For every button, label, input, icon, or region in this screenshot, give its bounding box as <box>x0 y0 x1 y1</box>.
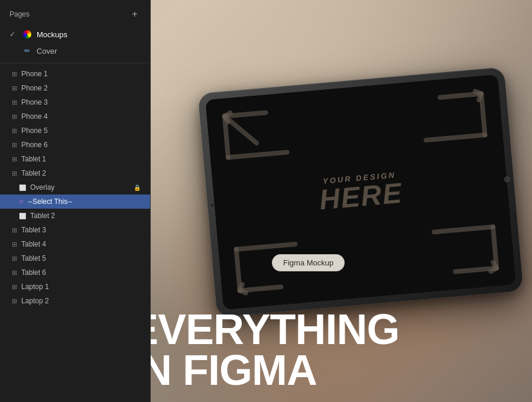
svg-line-5 <box>481 94 485 135</box>
page-label-cover: Cover <box>37 47 57 56</box>
svg-line-7 <box>236 244 296 249</box>
screen-design: YOUR DESIGN HERE <box>205 74 515 310</box>
page-label-mockups: Mockups <box>37 30 67 39</box>
grid-icon: ⊞ <box>12 113 17 121</box>
component-icon: ⟳ <box>19 199 24 205</box>
grid-icon: ⊞ <box>12 155 17 163</box>
layer-section: ⊞ Phone 1 ⊞ Phone 2 ⊞ Phone 3 ⊞ Phone 4 … <box>0 67 150 308</box>
svg-line-3 <box>225 114 257 145</box>
layer-laptop1[interactable]: ⊞ Laptop 1 <box>0 280 150 294</box>
layer-tablet2-parent[interactable]: ⊞ Tablet 2 <box>0 166 150 180</box>
grid-icon: ⊞ <box>12 283 17 291</box>
grid-icon: ⊞ <box>12 269 17 277</box>
tablet-mockup: YOUR DESIGN HERE <box>197 67 523 317</box>
separator <box>0 63 150 63</box>
layer-phone5[interactable]: ⊞ Phone 5 <box>0 124 150 138</box>
frame-icon: ⬜ <box>19 184 26 191</box>
rainbow-icon <box>22 30 32 39</box>
bottom-text-line2: IN FIGMA <box>130 350 520 390</box>
layer-laptop2[interactable]: ⊞ Laptop 2 <box>0 294 150 308</box>
grid-icon: ⊞ <box>12 127 17 135</box>
grid-icon: ⊞ <box>12 255 17 262</box>
layer-overlay[interactable]: ⬜ Overlay 🔒 <box>0 180 150 194</box>
layer-phone4[interactable]: ⊞ Phone 4 <box>0 109 150 124</box>
tablet-outer-frame: YOUR DESIGN HERE <box>197 67 523 317</box>
pages-header: Pages + <box>0 0 150 26</box>
grid-icon: ⊞ <box>12 170 17 177</box>
layer-tablet6[interactable]: ⊞ Tablet 6 <box>0 265 150 280</box>
layer-select-this[interactable]: ⟳ --Select This-- <box>0 194 150 209</box>
layer-phone2[interactable]: ⊞ Phone 2 <box>0 81 150 95</box>
layer-phone1[interactable]: ⊞ Phone 1 <box>0 67 150 81</box>
svg-line-0 <box>228 153 287 158</box>
layer-tablet2-sub[interactable]: ⬜ Tablet 2 <box>0 209 150 223</box>
layer-tablet5[interactable]: ⊞ Tablet 5 <box>0 251 150 265</box>
layer-tablet3[interactable]: ⊞ Tablet 3 <box>0 223 150 237</box>
layer-tablet1[interactable]: ⊞ Tablet 1 <box>0 152 150 166</box>
add-page-button[interactable]: + <box>129 8 141 20</box>
pencil-icon: ✏ <box>22 46 32 56</box>
screen-main-text: HERE <box>318 179 404 214</box>
grid-icon: ⊞ <box>12 241 17 248</box>
tablet-screen: YOUR DESIGN HERE <box>205 74 515 310</box>
svg-line-8 <box>236 249 240 291</box>
screen-center-text: YOUR DESIGN HERE <box>317 170 404 214</box>
grid-icon: ⊞ <box>12 70 17 78</box>
svg-line-9 <box>240 287 281 290</box>
page-item-cover[interactable]: ✏ Cover <box>0 43 150 59</box>
lock-icon: 🔒 <box>134 184 141 191</box>
tablet-screen-area: YOUR DESIGN HERE <box>205 74 515 310</box>
svg-line-10 <box>434 227 493 232</box>
figma-mockup-badge: Figma Mockup <box>272 254 345 271</box>
grid-icon: ⊞ <box>12 141 17 149</box>
bottom-text-line1: EVERYTHING <box>130 309 520 349</box>
pages-title: Pages <box>9 10 30 18</box>
sidebar-panel: Pages + ✓ Mockups ✏ Cover ⊞ Phone 1 ⊞ Ph… <box>0 0 151 402</box>
grid-icon: ⊞ <box>12 226 17 234</box>
grid-icon: ⊞ <box>12 297 17 305</box>
svg-line-6 <box>440 94 482 98</box>
svg-line-4 <box>426 135 485 140</box>
layer-phone3[interactable]: ⊞ Phone 3 <box>0 95 150 109</box>
layer-phone6[interactable]: ⊞ Phone 6 <box>0 138 150 152</box>
layer-tablet4[interactable]: ⊞ Tablet 4 <box>0 237 150 251</box>
page-item-mockups[interactable]: ✓ Mockups <box>0 26 150 43</box>
tablet-camera <box>211 203 214 206</box>
grid-icon: ⊞ <box>12 99 17 106</box>
tablet-home-button <box>504 176 511 183</box>
grid-icon: ⊞ <box>12 85 17 92</box>
frame-icon: ⬜ <box>19 213 26 219</box>
bottom-text: EVERYTHING IN FIGMA <box>130 309 520 390</box>
page-check-mockups: ✓ <box>9 30 18 38</box>
